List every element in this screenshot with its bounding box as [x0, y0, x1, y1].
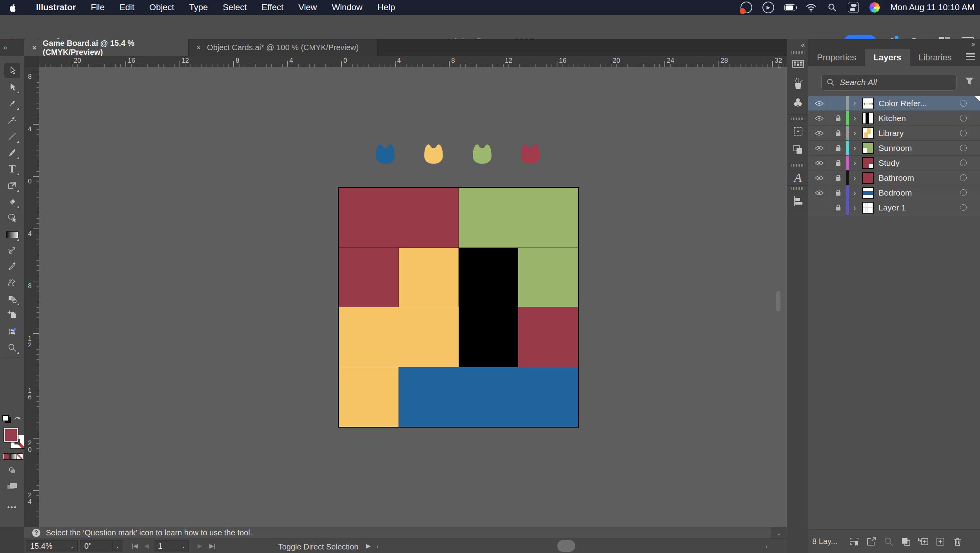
color-button[interactable] [3, 453, 10, 460]
visibility-eye-icon[interactable] [808, 111, 830, 125]
zoom-level-dropdown[interactable]: 15.4% ⌄ [26, 540, 78, 551]
apple-logo-icon[interactable] [8, 3, 17, 12]
lasso-selection-tool[interactable] [4, 210, 20, 225]
layer-target-circle[interactable] [960, 130, 967, 136]
scroll-up-arrow[interactable]: ⌃ [776, 67, 783, 74]
glyphs-panel-icon[interactable]: A [794, 170, 802, 185]
status-tool-label[interactable]: Toggle Direct Selection [254, 542, 383, 551]
lock-icon[interactable] [830, 111, 846, 125]
crop-image-tool[interactable] [4, 308, 20, 323]
close-tab-icon[interactable]: × [32, 44, 36, 52]
layer-target-circle[interactable] [960, 189, 967, 196]
spotlight-search-icon[interactable] [827, 2, 838, 13]
visibility-eye-icon[interactable] [808, 141, 830, 155]
shape-tool[interactable] [4, 292, 20, 306]
scroll-right-arrow[interactable]: › [765, 542, 768, 551]
last-artboard-button[interactable]: ▶| [209, 540, 215, 551]
lock-icon[interactable] [830, 156, 846, 170]
dock-grip[interactable] [791, 118, 804, 120]
canvas[interactable]: ⌃ [39, 67, 787, 527]
layer-thumbnail[interactable] [862, 127, 874, 139]
locate-object-icon[interactable] [880, 537, 897, 547]
layer-name[interactable]: Color Refer... [878, 99, 960, 108]
layer-name[interactable]: Layer 1 [878, 203, 960, 212]
lock-icon[interactable] [830, 170, 846, 185]
lock-icon[interactable] [830, 200, 846, 215]
visibility-cell-empty[interactable] [808, 200, 830, 215]
layer-row-bedroom[interactable]: › Bedroom [808, 185, 980, 200]
previous-artboard-button[interactable]: ◀ [144, 540, 149, 551]
layer-thumbnail[interactable] [862, 172, 874, 184]
puppet-warp-tool[interactable] [4, 276, 20, 290]
lock-icon[interactable] [830, 185, 846, 200]
type-tool[interactable]: T [4, 161, 20, 176]
brushes-panel-icon[interactable] [792, 77, 804, 90]
cat-token-green[interactable] [470, 142, 494, 165]
eyedropper-tool[interactable] [4, 259, 20, 274]
swatches-panel-icon[interactable] [792, 60, 804, 68]
menu-select[interactable]: Select [223, 2, 247, 13]
menu-type[interactable]: Type [189, 2, 208, 13]
expand-layer-chevron[interactable]: › [853, 188, 861, 197]
artboards-panel-icon[interactable] [793, 126, 804, 137]
collect-for-export-icon[interactable] [846, 537, 863, 547]
horizontal-ruler[interactable]: 20 16 12 8 4 0 4 8 12 16 20 24 28 32 [39, 56, 787, 67]
menu-window[interactable]: Window [332, 2, 362, 13]
panel-menu-icon[interactable] [966, 53, 975, 60]
expand-layer-chevron[interactable]: › [853, 158, 861, 167]
menu-view[interactable]: View [298, 2, 317, 13]
layer-target-circle[interactable] [960, 160, 967, 166]
collapse-panels-chevrons[interactable]: » [971, 40, 975, 48]
tab-libraries[interactable]: Libraries [910, 49, 960, 66]
expand-layer-chevron[interactable]: › [853, 99, 861, 108]
align-panel-icon[interactable] [793, 196, 804, 207]
default-fill-stroke-icon[interactable] [2, 415, 11, 423]
expand-layer-chevron[interactable]: › [853, 143, 861, 152]
layer-name[interactable]: Kitchen [878, 114, 960, 123]
layer-thumbnail[interactable] [862, 157, 874, 169]
layer-row-library[interactable]: › Library [808, 126, 980, 141]
menu-bar-clock[interactable]: Mon Aug 11 10:10 AM [890, 2, 975, 13]
battery-icon[interactable] [784, 4, 795, 11]
perspective-grid-tool[interactable] [4, 324, 20, 339]
lock-cell-empty[interactable] [830, 96, 846, 111]
paintbrush-tool[interactable] [4, 145, 20, 160]
screen-record-icon[interactable] [740, 2, 752, 13]
ruler-corner[interactable] [24, 56, 40, 67]
cat-token-yellow[interactable] [421, 142, 446, 165]
color-wheel-icon[interactable]: × [869, 2, 880, 13]
menu-file[interactable]: File [91, 2, 104, 13]
selection-tool[interactable] [4, 63, 20, 78]
status-expand-arrow[interactable]: ▶ [366, 540, 371, 551]
lock-icon[interactable] [830, 141, 846, 155]
layer-thumbnail[interactable] [862, 112, 874, 124]
menu-object[interactable]: Object [149, 2, 174, 13]
first-artboard-button[interactable]: |◀ [132, 540, 138, 551]
swap-fill-stroke-icon[interactable] [13, 414, 22, 423]
wifi-icon[interactable] [806, 2, 817, 13]
layer-name[interactable]: Bathroom [878, 173, 960, 183]
none-button[interactable] [16, 453, 23, 460]
rotation-dropdown[interactable]: 0° ⌄ [80, 540, 123, 551]
layer-target-circle[interactable] [960, 145, 967, 151]
export-icon[interactable] [863, 537, 880, 547]
tab-layers[interactable]: Layers [865, 49, 910, 66]
expand-panels-chevrons[interactable]: « [801, 41, 805, 49]
close-tab-icon[interactable]: × [196, 44, 201, 52]
vertical-scrollbar-thumb[interactable] [776, 291, 780, 312]
menu-edit[interactable]: Edit [120, 2, 134, 13]
edit-toolbar-button[interactable]: ••• [4, 500, 20, 515]
free-transform-tool[interactable] [4, 243, 20, 258]
tab-game-board[interactable]: × Game Board.ai @ 15.4 % (CMYK/Preview) [24, 39, 188, 56]
menu-illustrator[interactable]: Illustrator [36, 2, 76, 13]
screen-mode-button[interactable] [4, 479, 20, 494]
scroll-left-arrow[interactable]: ‹ [376, 542, 379, 551]
visibility-eye-icon[interactable] [808, 156, 830, 170]
layer-name[interactable]: Sunroom [878, 143, 960, 153]
play-circle-icon[interactable]: ▶ [762, 2, 774, 13]
gradient-tool[interactable] [4, 227, 20, 242]
layer-row-study[interactable]: › Study [808, 156, 980, 170]
layer-row-bathroom[interactable]: › Bathroom [808, 170, 980, 185]
delete-layer-icon[interactable] [949, 537, 966, 547]
cat-token-red[interactable] [518, 142, 543, 165]
